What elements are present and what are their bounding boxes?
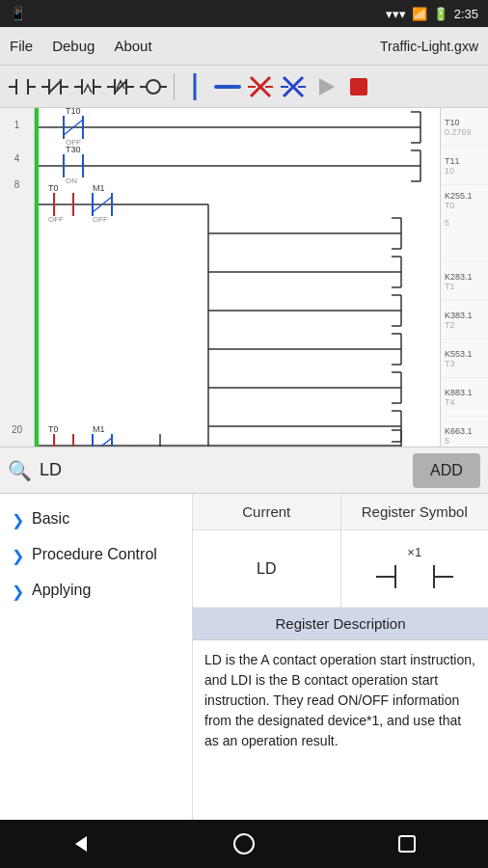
- status-bar: 📱 ▾▾▾ 📶 🔋 2:35: [0, 0, 488, 27]
- toolbar-delete-blue[interactable]: [279, 72, 308, 101]
- stop-icon: [350, 78, 367, 95]
- toolbar-coil[interactable]: [139, 72, 168, 101]
- label-t11: T11 10: [441, 147, 488, 185]
- toolbar: [0, 66, 488, 108]
- battery-icon: 🔋: [433, 7, 448, 21]
- svg-text:T0: T0: [48, 183, 59, 193]
- register-row: LD ×1: [193, 530, 488, 608]
- menu-about[interactable]: About: [114, 38, 151, 54]
- app-title: Traffic-Light.gxw: [380, 39, 478, 54]
- svg-text:T10: T10: [66, 108, 81, 116]
- svg-line-17: [115, 81, 126, 93]
- home-button[interactable]: [225, 825, 263, 863]
- nav-item-basic[interactable]: ❯ Basic: [0, 502, 192, 537]
- svg-line-8: [49, 81, 61, 93]
- col-symbol: Register Symbol: [341, 494, 489, 529]
- toolbar-contact-nc[interactable]: [41, 72, 69, 101]
- nav-bar: [0, 820, 488, 868]
- signal-icon: 📶: [412, 7, 427, 21]
- label-k283: K283.1 T1: [441, 262, 488, 301]
- svg-point-102: [234, 834, 254, 854]
- line-num-8: 8: [0, 176, 34, 244]
- cell-current: LD: [193, 530, 341, 607]
- label-k255: K255.1 T0 5: [441, 185, 488, 262]
- svg-text:ON: ON: [66, 176, 77, 185]
- toolbar-delete-contact[interactable]: [246, 72, 275, 101]
- toolbar-horizontal-line[interactable]: [213, 72, 242, 101]
- hline-icon: [214, 85, 241, 89]
- svg-text:T0: T0: [48, 424, 59, 434]
- nav-item-procedure-control[interactable]: ❯ Procedure Control: [0, 537, 192, 573]
- svg-text:M1: M1: [93, 424, 105, 434]
- nav-item-applying[interactable]: ❯ Applying: [0, 573, 192, 609]
- desc-header: Register Description: [193, 608, 488, 640]
- svg-text:OFF: OFF: [48, 215, 64, 224]
- search-input[interactable]: [40, 453, 405, 488]
- svg-marker-101: [75, 836, 87, 852]
- label-t10: T10 0.2769: [441, 108, 488, 147]
- wifi-icon: ▾▾▾: [386, 7, 406, 21]
- col-current: Current: [193, 494, 341, 529]
- line-num-1: 1: [0, 108, 34, 142]
- svg-text:M1: M1: [93, 183, 105, 193]
- recents-button[interactable]: [388, 825, 426, 863]
- bottom-panel: ❯ Basic ❯ Procedure Control ❯ Applying C…: [0, 494, 488, 841]
- search-icon: 🔍: [8, 459, 32, 482]
- register-header: Current Register Symbol: [193, 494, 488, 530]
- time-display: 2:35: [454, 7, 478, 21]
- desc-body: LD is the A contact operation start inst…: [193, 640, 488, 761]
- back-button[interactable]: [62, 825, 100, 863]
- svg-point-19: [147, 80, 160, 94]
- chevron-procedure: ❯: [12, 547, 24, 565]
- toolbar-sep-1: [174, 73, 175, 100]
- svg-rect-103: [399, 836, 415, 852]
- register-panel: Current Register Symbol LD ×1 Register D…: [193, 494, 488, 841]
- status-bar-left: 📱: [10, 6, 26, 21]
- chevron-applying: ❯: [12, 583, 24, 601]
- menu-bar: File Debug About Traffic-Light.gxw: [0, 27, 488, 66]
- cell-symbol: ×1: [341, 530, 489, 607]
- phone-icon: 📱: [10, 6, 26, 21]
- left-nav: ❯ Basic ❯ Procedure Control ❯ Applying: [0, 494, 193, 841]
- right-labels-column: T10 0.2769 T11 10 K255.1 T0 5 K283.1 T1 …: [440, 108, 488, 447]
- toolbar-contact-p[interactable]: [73, 72, 102, 101]
- nav-label-applying: Applying: [32, 581, 91, 601]
- symbol-multiplier: ×1: [407, 545, 421, 559]
- toolbar-contact-n[interactable]: [106, 72, 135, 101]
- svg-text:T30: T30: [66, 145, 81, 154]
- svg-marker-30: [319, 78, 335, 95]
- line-num-4: 4: [0, 142, 34, 176]
- nav-label-procedure: Procedure Control: [32, 545, 157, 565]
- label-k883: K883.1 T4: [441, 378, 488, 417]
- symbol-svg: [376, 561, 453, 592]
- ladder-diagram: 1 4 8 20 T10 OFF T30: [0, 108, 488, 448]
- chevron-basic: ❯: [12, 511, 24, 529]
- menu-file[interactable]: File: [10, 38, 33, 54]
- add-button[interactable]: ADD: [413, 453, 480, 488]
- label-k383: K383.1 T2: [441, 301, 488, 339]
- line-num-spacer: [0, 244, 34, 413]
- ladder-svg: T10 OFF T30 ON T0 O: [35, 108, 440, 447]
- label-k553: K553.1 T3: [441, 339, 488, 378]
- toolbar-stop[interactable]: [344, 72, 373, 101]
- search-bar: 🔍 ADD: [0, 448, 488, 494]
- label-k663: K663.1 5: [441, 417, 488, 448]
- line-numbers: 1 4 8 20: [0, 108, 35, 447]
- line-num-20: 20: [0, 413, 34, 447]
- toolbar-contact-no[interactable]: [8, 72, 37, 101]
- symbol-visual: ×1: [376, 545, 453, 592]
- svg-text:OFF: OFF: [93, 215, 108, 224]
- toolbar-vertical-line[interactable]: [180, 72, 209, 101]
- toolbar-run[interactable]: [312, 72, 340, 101]
- status-bar-right: ▾▾▾ 📶 🔋 2:35: [386, 7, 478, 21]
- nav-label-basic: Basic: [32, 509, 69, 529]
- menu-debug[interactable]: Debug: [52, 38, 95, 54]
